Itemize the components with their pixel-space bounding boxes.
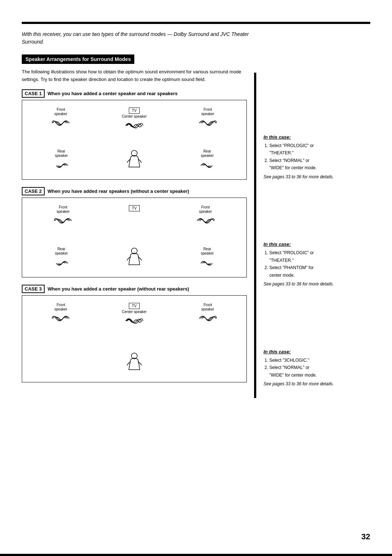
case1-rear-right: Rearspeaker <box>200 149 215 172</box>
case1-rear-left-label: Rearspeaker <box>55 149 68 158</box>
case3-listener <box>125 352 143 375</box>
case3-tv-box: TV <box>129 303 140 309</box>
case2-front-right: Frontspeaker <box>196 205 215 226</box>
case3-front-right-label: Frontspeaker <box>201 303 215 312</box>
case1-front-left-wave <box>52 118 70 129</box>
case1-bottom-row: Rearspeaker <box>26 149 243 172</box>
case3-diagram-inner: Frontspeaker TV Center speaker <box>26 303 243 375</box>
case3-top-row: Frontspeaker TV Center speaker <box>26 303 243 326</box>
case2-listener <box>125 247 143 270</box>
case2-rear-left: Rearspeaker <box>54 247 69 270</box>
case2-bottom-row: Rearspeaker <box>26 247 243 270</box>
note1-item1: Select "PROLOGIC" or"THEATER." <box>269 142 370 157</box>
case2-rear-left-wave <box>54 257 69 270</box>
case2-diagram: Frontspeaker TV Frontspeaker <box>22 198 247 277</box>
case1-center-wave <box>125 120 143 131</box>
case1-rear-right-label: Rearspeaker <box>201 149 214 158</box>
section-header: Speaker Arrangements for Surround Modes <box>22 54 134 64</box>
case2-label: CASE 2 When you have added rear speakers… <box>22 187 247 195</box>
note2-title: In this case: <box>264 242 370 247</box>
page: With this receiver, you can use two type… <box>0 0 392 556</box>
case2-tv-only: TV <box>129 205 140 212</box>
note2: In this case: Select "PROLOGIC" or"THEAT… <box>264 238 370 287</box>
case2-front-left-wave <box>54 215 72 226</box>
case3-center: TV Center speaker <box>122 303 147 326</box>
case1-diagram: Frontspeaker TV Center speaker <box>22 100 247 180</box>
body-text: The following illustrations show how to … <box>22 68 247 84</box>
case1-front-right: Frontspeaker <box>199 107 217 129</box>
case2-tv-box: TV <box>129 205 140 211</box>
case2-front-right-wave <box>196 215 215 226</box>
bottom-border <box>0 554 392 556</box>
case3-front-right-wave <box>199 313 217 324</box>
note2-see-also: See pages 33 to 36 for more details. <box>264 281 370 287</box>
case3-front-right: Frontspeaker <box>199 303 217 324</box>
case3-center-wave <box>125 316 143 326</box>
case1-tv-box: TV <box>129 107 140 114</box>
case3-front-left-label: Frontspeaker <box>54 303 68 312</box>
page-number: 32 <box>362 532 370 541</box>
case2-diagram-inner: Frontspeaker TV Frontspeaker <box>26 205 243 270</box>
case1-box: CASE 1 <box>22 89 45 98</box>
case2-top-row: Frontspeaker TV Frontspeaker <box>26 205 243 226</box>
note2-item1: Select "PROLOGIC" or"THEATER." <box>269 249 370 264</box>
top-border <box>22 22 370 24</box>
note1-title: In this case: <box>264 134 370 140</box>
note3-list: Select "3CHLOGIC." Select "NORMAL" or"WI… <box>264 357 370 379</box>
intro-text: With this receiver, you can use two type… <box>22 31 254 46</box>
note3-item1: Select "3CHLOGIC." <box>269 357 370 364</box>
case2-front-left-label: Frontspeaker <box>57 205 70 214</box>
case2-rear-right-wave <box>200 257 215 270</box>
case2-rear-right-label: Rearspeaker <box>201 247 214 256</box>
left-column: Speaker Arrangements for Surround Modes … <box>22 54 254 398</box>
case2-person-svg <box>125 247 143 268</box>
case1-front-right-wave <box>199 118 217 129</box>
right-column: In this case: Select "PROLOGIC" or"THEAT… <box>254 73 370 398</box>
case2-front-left: Frontspeaker <box>54 205 72 226</box>
case1-center: TV Center speaker <box>122 107 147 131</box>
case1-front-right-label: Frontspeaker <box>201 107 215 116</box>
note1-item2: Select "NORMAL" or"WIDE" for center mode… <box>269 157 370 172</box>
case3-front-left: Frontspeaker <box>52 303 70 324</box>
note2-list: Select "PROLOGIC" or"THEATER." Select "P… <box>264 249 370 279</box>
note1: In this case: Select "PROLOGIC" or"THEAT… <box>264 131 370 180</box>
case1-rear-left: Rearspeaker <box>54 149 69 172</box>
case3-diagram: Frontspeaker TV Center speaker <box>22 295 247 382</box>
case1-front-left: Frontspeaker <box>52 107 70 129</box>
case3-label: CASE 3 When you have added a center spea… <box>22 285 247 293</box>
case3-bottom-row <box>26 352 243 375</box>
case1-rear-left-wave <box>54 159 69 172</box>
case3-box: CASE 3 <box>22 285 45 293</box>
note3: In this case: Select "3CHLOGIC." Select … <box>264 345 370 387</box>
note3-item2: Select "NORMAL" or"WIDE" for center mode… <box>269 364 370 379</box>
case1-top-row: Frontspeaker TV Center speaker <box>26 107 243 131</box>
note1-list: Select "PROLOGIC" or"THEATER." Select "N… <box>264 142 370 172</box>
case2-front-right-label: Frontspeaker <box>199 205 212 214</box>
case1-desc: When you have added a center speaker and… <box>48 91 177 96</box>
case2-rear-right: Rearspeaker <box>200 247 215 270</box>
note3-title: In this case: <box>264 349 370 354</box>
note3-see-also: See pages 33 to 36 for more details. <box>264 381 370 387</box>
note1-see-also: See pages 33 to 36 for more details. <box>264 174 370 180</box>
case1-front-left-label: Frontspeaker <box>54 107 68 116</box>
case1-label: CASE 1 When you have added a center spea… <box>22 89 247 98</box>
case1-center-label: Center speaker <box>122 114 147 119</box>
case1-diagram-inner: Frontspeaker TV Center speaker <box>26 107 243 172</box>
case3-center-label: Center speaker <box>122 310 147 314</box>
case2-desc: When you have added rear speakers (witho… <box>48 188 189 194</box>
case3-front-left-wave <box>52 313 70 324</box>
case3-desc: When you have added a center speaker (wi… <box>48 286 189 292</box>
case1-rear-right-wave <box>200 159 215 172</box>
case2-box: CASE 2 <box>22 187 45 195</box>
note2-item2: Select "PHANTOM" forcenter mode. <box>269 264 370 279</box>
case3-person-svg <box>125 352 143 373</box>
case1-person-svg <box>125 149 143 171</box>
case1-listener <box>125 149 143 172</box>
content-area: Speaker Arrangements for Surround Modes … <box>22 54 370 398</box>
case2-rear-left-label: Rearspeaker <box>55 247 68 256</box>
